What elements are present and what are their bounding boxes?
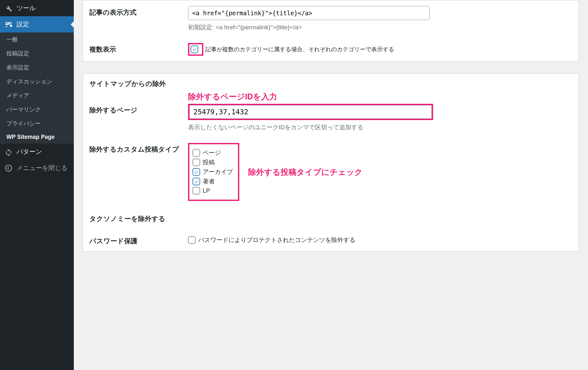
- display-panel: 記事の表示方式 初期設定: <a href="{permalink}">{tit…: [83, 0, 579, 62]
- cpt-checkbox-page[interactable]: [192, 149, 200, 157]
- cpt-label: ページ: [203, 149, 221, 157]
- cpt-option-lp: LP: [192, 187, 233, 195]
- sidebar-collapse[interactable]: メニューを閉じる: [0, 160, 74, 176]
- sidebar-item-label: 設定: [17, 20, 29, 29]
- cpt-checkbox-post[interactable]: [192, 159, 200, 166]
- cpt-label: アーカイブ: [203, 168, 233, 176]
- multi-display-row: 複数表示 記事が複数のカテゴリーに属する場合、それぞれのカテゴリーで表示する: [83, 37, 579, 61]
- exclude-tax-label: タクソノミーを除外する: [89, 212, 188, 223]
- cpt-checkbox-lp[interactable]: [192, 187, 200, 195]
- sidebar-item-settings[interactable]: 設定: [0, 16, 74, 32]
- cpt-checkbox-archive[interactable]: [192, 168, 200, 176]
- annotation-highlight-cpt: ページ 投稿 アーカイブ: [188, 143, 239, 201]
- cpt-label: 著者: [203, 177, 215, 186]
- exclude-section-label: サイトマップからの除外: [83, 74, 579, 90]
- cpt-label: 投稿: [203, 158, 215, 167]
- password-label: パスワード保護: [89, 235, 188, 245]
- display-format-row: 記事の表示方式 初期設定: <a href="{permalink}">{tit…: [83, 0, 579, 37]
- exclude-page-anno-row: 除外するページIDを入力: [83, 90, 579, 104]
- sidebar-subitem-discussion[interactable]: ディスカッション: [0, 75, 74, 89]
- sidebar-item-label: メニューを閉じる: [17, 164, 67, 172]
- multi-display-label: 複数表示: [89, 43, 188, 54]
- multi-display-text: 記事が複数のカテゴリーに属する場合、それぞれのカテゴリーで表示する: [205, 46, 394, 53]
- exclude-cpt-row: 除外するカスタム投稿タイプ ページ 投稿: [83, 137, 579, 207]
- sidebar-item-label: パターン: [17, 147, 42, 156]
- display-format-hint: 初期設定: <a href="{permalink}">{title}</a>: [188, 23, 572, 32]
- annotation-exclude-cpt: 除外する投稿タイプにチェック: [248, 167, 363, 177]
- wrench-icon: [4, 4, 13, 12]
- admin-sidebar: ツール 設定 一般 投稿設定 表示設定 ディスカッション メディア パーマリンク…: [0, 0, 74, 370]
- sidebar-subitem-general[interactable]: 一般: [0, 32, 74, 46]
- main-content: 記事の表示方式 初期設定: <a href="{permalink}">{tit…: [74, 0, 588, 370]
- annotation-highlight-input: [188, 104, 433, 120]
- exclude-tax-row: タクソノミーを除外する: [83, 207, 579, 229]
- cpt-checkbox-author[interactable]: [192, 178, 200, 185]
- sidebar-item-patterns[interactable]: パターン: [0, 144, 74, 160]
- cpt-option-page: ページ: [192, 149, 233, 157]
- password-row: パスワード保護 パスワードによりプロテクトされたコンテンツを除外する: [83, 229, 579, 251]
- display-format-label: 記事の表示方式: [89, 6, 188, 17]
- annotation-exclude-page-id: 除外するページIDを入力: [188, 91, 572, 102]
- password-text: パスワードによりプロテクトされたコンテンツを除外する: [198, 236, 355, 244]
- cpt-option-archive: アーカイブ: [192, 168, 233, 176]
- sidebar-subitem-permalink[interactable]: パーマリンク: [0, 103, 74, 117]
- settings-submenu: 一般 投稿設定 表示設定 ディスカッション メディア パーマリンク プライバシー…: [0, 32, 74, 144]
- collapse-icon: [4, 164, 13, 172]
- rotate-icon: [4, 148, 13, 156]
- sliders-icon: [4, 20, 13, 29]
- sidebar-subitem-reading[interactable]: 表示設定: [0, 60, 74, 75]
- sidebar-subitem-wp-sitemap-page[interactable]: WP Sitemap Page: [0, 131, 74, 144]
- exclude-panel: サイトマップからの除外 除外するページIDを入力 除外するページ 表示したくない…: [83, 73, 579, 252]
- exclude-page-hint: 表示したくないページのユニークIDをカンマで区切って追加する: [188, 123, 572, 132]
- password-checkbox[interactable]: [188, 236, 196, 244]
- display-format-input[interactable]: [188, 6, 430, 20]
- exclude-page-row: 除外するページ 表示したくないページのユニークIDをカンマで区切って追加する: [83, 104, 579, 137]
- exclude-cpt-label: 除外するカスタム投稿タイプ: [89, 143, 188, 154]
- svg-point-0: [5, 165, 12, 171]
- sidebar-subitem-writing[interactable]: 投稿設定: [0, 46, 74, 60]
- cpt-option-post: 投稿: [192, 158, 233, 167]
- sidebar-item-label: ツール: [17, 4, 36, 12]
- exclude-page-input[interactable]: [189, 105, 432, 119]
- cpt-option-author: 著者: [192, 177, 233, 186]
- sidebar-subitem-media[interactable]: メディア: [0, 89, 74, 103]
- cpt-label: LP: [203, 187, 210, 194]
- exclude-page-label: 除外するページ: [89, 104, 188, 115]
- multi-display-checkbox[interactable]: [191, 46, 198, 53]
- sidebar-item-tools[interactable]: ツール: [0, 0, 74, 16]
- sidebar-subitem-privacy[interactable]: プライバシー: [0, 117, 74, 131]
- annotation-highlight-checkbox: [188, 43, 203, 56]
